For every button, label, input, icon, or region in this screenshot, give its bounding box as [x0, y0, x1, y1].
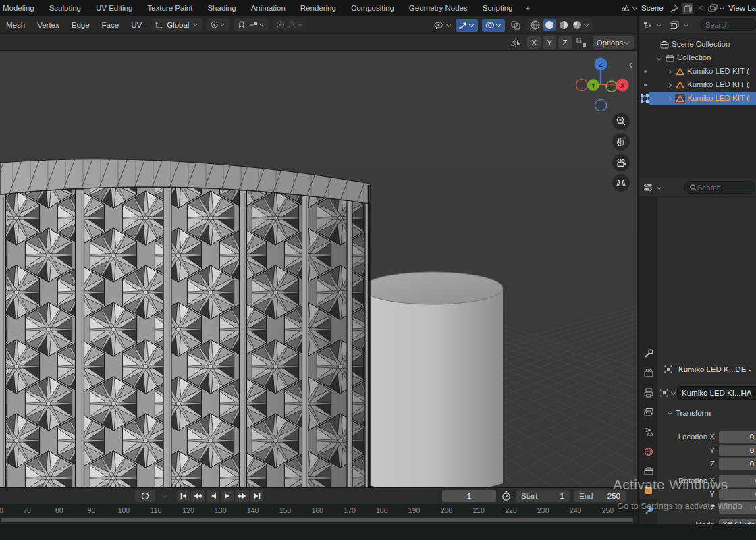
snap-options-icon[interactable] [576, 37, 588, 48]
jump-to-start-button[interactable] [177, 490, 190, 502]
workspace-tab-uv-editing[interactable]: UV Editing [88, 0, 140, 16]
shading-rendered-icon[interactable] [572, 20, 583, 30]
outliner-item-label[interactable]: Kumiko LED KIT ( [687, 94, 749, 102]
snap-target-icon[interactable] [248, 20, 258, 29]
play-button[interactable] [221, 490, 234, 502]
xray-toggle-icon[interactable] [510, 20, 522, 30]
outliner-display-chevron[interactable] [684, 22, 688, 27]
mirror-icon[interactable] [510, 37, 522, 48]
menu-edge[interactable]: Edge [65, 21, 96, 29]
transform-panel-header[interactable]: Transform [666, 409, 711, 417]
outliner-expand-chevron[interactable] [667, 70, 672, 74]
play-reverse-button[interactable] [207, 490, 219, 502]
outliner-row[interactable]: Kumiko LED KIT ( [639, 65, 756, 78]
outliner-dot[interactable] [644, 70, 647, 73]
outliner-display-icon[interactable] [669, 20, 680, 30]
mirror-z-button[interactable]: Z [558, 36, 572, 49]
gizmo-neg-y[interactable] [606, 81, 617, 92]
outliner-editor-icon[interactable] [643, 20, 653, 30]
next-keyframe-button[interactable] [235, 490, 249, 502]
outliner-item-label[interactable]: Collection [677, 53, 711, 61]
shading-solid-toggle[interactable] [543, 19, 556, 31]
outliner-item-label[interactable]: Scene Collection [672, 40, 730, 48]
proportional-editing-group[interactable] [273, 18, 307, 31]
prev-keyframe-button[interactable] [191, 490, 205, 502]
pin-icon[interactable] [669, 3, 679, 14]
frame-start-field[interactable]: Start1 [516, 490, 570, 502]
object-icon[interactable] [659, 388, 670, 398]
scene-dropdown-chevron[interactable] [632, 5, 637, 9]
shading-wireframe-icon[interactable] [530, 20, 541, 30]
properties-editor-chevron[interactable] [657, 185, 662, 190]
object-name-field[interactable]: Kumiko LED KI...HA [677, 386, 756, 400]
outliner-dot[interactable] [644, 84, 647, 86]
properties-tab-render[interactable] [639, 364, 657, 382]
timeline-scrollbar-handle[interactable] [1, 518, 633, 522]
scene-icon[interactable] [620, 3, 631, 14]
object-name-chevron[interactable] [671, 389, 676, 394]
outliner-expand-chevron[interactable] [667, 83, 672, 88]
outliner-row[interactable]: Kumiko LED KIT ( [639, 92, 756, 105]
camera-view-button[interactable] [612, 154, 630, 171]
delete-scene-icon[interactable]: ✕ [697, 3, 704, 13]
workspace-tab-animation[interactable]: Animation [244, 0, 293, 16]
outliner-row[interactable]: Kumiko LED KIT ( [639, 78, 756, 92]
transform-field-y[interactable]: 0 m [719, 445, 756, 456]
transform-field-z[interactable]: 0 m [719, 458, 756, 470]
visibility-eye-icon[interactable] [433, 20, 445, 30]
mirror-y-button[interactable]: Y [543, 36, 556, 49]
pan-button[interactable] [612, 133, 630, 151]
properties-tab-world[interactable] [639, 443, 657, 460]
view-layer-icon[interactable] [707, 3, 718, 14]
breadcrumb[interactable]: Kumiko LED K...DE - [664, 364, 756, 374]
workspace-tab-sculpting[interactable]: Sculpting [42, 0, 88, 16]
properties-tab-viewlayer[interactable] [639, 404, 657, 421]
transform-orientation-dropdown[interactable]: Global [152, 18, 202, 31]
properties-editor-icon[interactable] [643, 183, 654, 192]
falloff-curve-icon[interactable] [287, 20, 296, 29]
gizmo-neg-x[interactable] [576, 80, 588, 91]
workspace-tab-geometry-nodes[interactable]: Geometry Nodes [402, 0, 475, 16]
kumiko-cylinder[interactable] [0, 150, 394, 487]
outliner-item-label[interactable]: Kumiko LED KIT ( [687, 67, 749, 75]
properties-search-input[interactable] [697, 184, 745, 192]
menu-uv[interactable]: UV [125, 21, 148, 29]
outliner-item-label[interactable]: Kumiko LED KIT ( [687, 80, 749, 88]
pivot-point-dropdown[interactable] [207, 18, 230, 31]
outliner-row[interactable]: Scene Collection [639, 38, 756, 51]
timeline-scrollbar[interactable] [0, 516, 637, 524]
outliner-row[interactable]: Collection [639, 51, 756, 65]
properties-tab-scene[interactable] [639, 423, 657, 441]
mirror-x-button[interactable]: X [527, 36, 541, 49]
transform-field-location-x[interactable]: 0 m [719, 431, 756, 443]
menu-face[interactable]: Face [96, 21, 126, 29]
workspace-tab-rendering[interactable]: Rendering [293, 0, 344, 16]
shading-material-icon[interactable] [558, 20, 569, 30]
outliner-search-input[interactable] [705, 21, 753, 29]
proportional-icon[interactable] [276, 20, 285, 29]
magnet-icon[interactable] [237, 20, 246, 29]
new-scene-icon[interactable] [682, 3, 693, 14]
plain-cylinder[interactable] [362, 272, 503, 487]
gizmo-neg-z[interactable] [595, 100, 607, 111]
view-layer-name[interactable]: View La [728, 4, 756, 12]
outliner-search[interactable] [700, 18, 756, 31]
properties-tab-tool[interactable] [639, 345, 657, 362]
menu-mesh[interactable]: Mesh [0, 21, 31, 29]
jump-to-end-button[interactable] [250, 490, 263, 502]
options-dropdown[interactable]: Options [593, 36, 634, 49]
navigation-gizmo[interactable]: Z Y X [570, 57, 631, 115]
view-layer-chevron[interactable] [720, 5, 724, 9]
workspace-tab-texture-paint[interactable]: Texture Paint [140, 0, 200, 16]
outliner-expand-chevron[interactable] [657, 56, 662, 61]
shading-chevron[interactable] [584, 22, 589, 26]
stopwatch-icon[interactable] [501, 491, 512, 502]
snapping-group[interactable] [234, 18, 269, 31]
transform-field-mode[interactable]: XYZ Eule [719, 519, 756, 524]
zoom-button[interactable] [612, 113, 630, 130]
current-frame-field[interactable]: 1 [442, 490, 496, 502]
frame-ruler[interactable]: 0708090100110120130140150160170180190200… [0, 504, 637, 516]
viewport-3d[interactable]: Z Y X [0, 51, 637, 487]
viewport-scene[interactable] [0, 51, 637, 487]
visibility-chevron[interactable] [446, 22, 451, 26]
